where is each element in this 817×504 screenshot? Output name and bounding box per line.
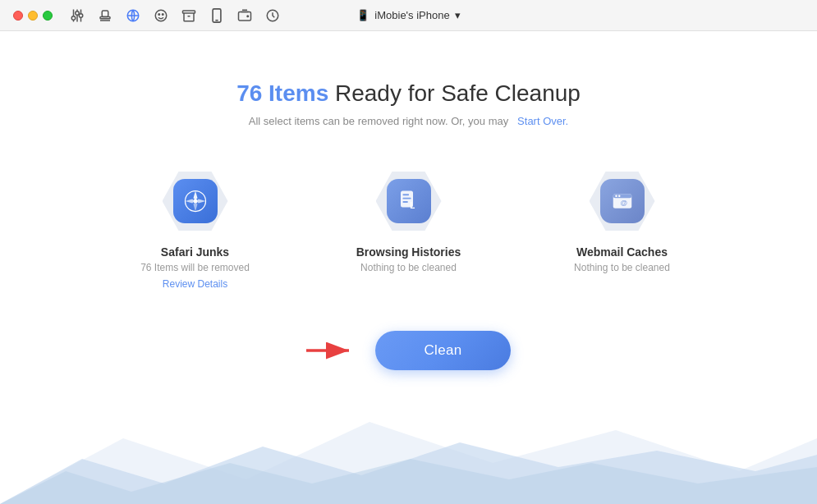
webmail-caches-icon: @: [590, 168, 655, 234]
phone-device-icon: 📱: [356, 9, 369, 21]
chevron-down-icon[interactable]: ▾: [455, 9, 461, 21]
webmail-caches-title: Webmail Caches: [576, 245, 668, 259]
close-button[interactable]: [13, 11, 23, 21]
stamp-icon[interactable]: [97, 7, 113, 24]
svg-point-34: [615, 195, 617, 198]
safari-junks-icon: [163, 168, 228, 234]
safari-junks-subtitle: 76 Items will be removed: [140, 262, 250, 273]
svg-point-15: [158, 13, 160, 15]
svg-point-6: [79, 13, 83, 17]
traffic-lights: [13, 11, 53, 21]
svg-point-14: [155, 10, 167, 21]
svg-rect-17: [183, 11, 195, 13]
clean-button[interactable]: Clean: [375, 331, 512, 370]
webmail-caches-card: @ Webmail Caches Nothing to be cleaned: [548, 168, 696, 278]
title-rest: Ready for Safe Cleanup: [335, 80, 581, 106]
action-row: Clean: [306, 331, 512, 370]
svg-text:L: L: [410, 201, 415, 210]
browser-icon[interactable]: [125, 7, 141, 24]
safari-junks-title: Safari Junks: [161, 245, 229, 259]
subtitle: All select items can be removed right no…: [249, 115, 568, 127]
svg-rect-30: [402, 201, 407, 203]
mountain-decoration: [0, 414, 817, 504]
arrow-icon: [306, 336, 356, 365]
archive-icon[interactable]: [181, 7, 197, 24]
webmail-caches-subtitle: Nothing to be cleaned: [574, 262, 670, 273]
browsing-histories-card: L Browsing Histories Nothing to be clean…: [335, 168, 483, 278]
titlebar-center: 📱 iMobie's iPhone ▾: [356, 9, 460, 21]
item-count: 76 Items: [236, 80, 328, 106]
svg-point-16: [163, 13, 164, 15]
svg-point-0: [76, 11, 80, 15]
phone-outline-icon[interactable]: [209, 7, 225, 24]
safari-junks-card: Safari Junks 76 Items will be removed Re…: [122, 168, 269, 290]
minimize-button[interactable]: [28, 11, 38, 21]
emoji-icon[interactable]: [153, 7, 169, 24]
svg-rect-10: [102, 11, 108, 17]
review-details-link[interactable]: Review Details: [163, 278, 227, 290]
svg-rect-29: [402, 198, 411, 199]
svg-rect-28: [402, 194, 409, 195]
start-over-link[interactable]: Start Over.: [517, 115, 568, 127]
maximize-button[interactable]: [43, 11, 53, 21]
svg-point-26: [193, 199, 197, 204]
history-clock-icon[interactable]: [264, 7, 281, 24]
page-title: 76 Items Ready for Safe Cleanup: [236, 80, 581, 107]
svg-point-3: [71, 16, 76, 20]
device-name: iMobie's iPhone: [374, 9, 449, 21]
tuner-icon[interactable]: [69, 7, 85, 24]
browsing-histories-subtitle: Nothing to be cleaned: [360, 262, 457, 273]
main-content: 76 Items Ready for Safe Cleanup All sele…: [0, 31, 817, 387]
browsing-histories-title: Browsing Histories: [356, 245, 461, 259]
wallet-icon[interactable]: [236, 7, 253, 24]
cards-row: Safari Junks 76 Items will be removed Re…: [122, 168, 696, 290]
toolbar-icons: [69, 7, 281, 24]
titlebar: 📱 iMobie's iPhone ▾: [0, 0, 817, 31]
svg-text:@: @: [620, 199, 627, 207]
browsing-histories-icon: L: [376, 168, 442, 234]
svg-point-35: [618, 195, 621, 198]
